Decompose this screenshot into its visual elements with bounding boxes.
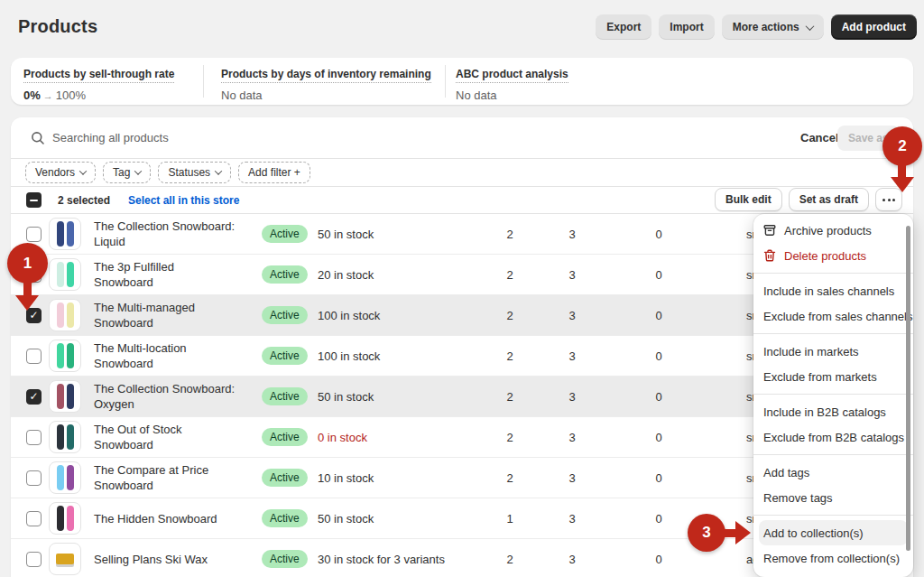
metric-value-secondary: 100% [56, 88, 86, 102]
product-name[interactable]: The Collection Snowboard: Oxygen [94, 381, 236, 412]
filter-pill-tag[interactable]: Tag [103, 162, 151, 183]
product-name[interactable]: The Compare at Price Snowboard [94, 462, 236, 493]
menu-item-remove-tags[interactable]: Remove tags [759, 485, 908, 510]
menu-item-add-tags[interactable]: Add tags [759, 460, 908, 485]
snowboard-product-image [67, 506, 74, 531]
menu-item-include-in-sales-channels[interactable]: Include in sales channels [759, 278, 908, 303]
row-checkbox[interactable] [26, 349, 42, 364]
search-row: Searching all products Cancel Save as [11, 117, 913, 159]
inventory-text: 50 in stock [318, 228, 374, 241]
snowboard-product-image [57, 384, 64, 409]
product-thumbnail[interactable] [49, 461, 81, 494]
snowboard-product-image [57, 302, 64, 328]
filter-pill-vendors[interactable]: Vendors [25, 162, 96, 183]
metric-title[interactable]: Products by sell-through rate [23, 68, 174, 83]
scrollbar[interactable] [906, 226, 910, 551]
product-name[interactable]: The Collection Snowboard: Liquid [94, 219, 236, 249]
menu-item-exclude-from-markets[interactable]: Exclude from markets [759, 364, 908, 389]
product-thumbnail[interactable] [49, 299, 81, 331]
product-thumbnail[interactable] [49, 380, 81, 413]
row-checkbox[interactable]: ✓ [26, 389, 42, 405]
select-all-link[interactable]: Select all in this store [128, 194, 239, 207]
export-button[interactable]: Export [596, 14, 651, 40]
column-value: 3 [554, 431, 590, 444]
snowboard-product-image [67, 302, 74, 328]
inventory-text: 0 in stock [318, 431, 367, 444]
menu-item-delete-products[interactable]: Delete products [759, 243, 908, 268]
menu-item-exclude-from-sales-channels[interactable]: Exclude from sales channels [759, 303, 908, 329]
search-input[interactable]: Searching all products [52, 131, 169, 144]
indeterminate-dash-icon [30, 200, 38, 201]
inventory-text: 100 in stock [318, 309, 380, 322]
menu-item-exclude-from-b2b-catalogs[interactable]: Exclude from B2B catalogs [759, 424, 908, 450]
column-value: 3 [554, 471, 590, 485]
bulk-edit-button[interactable]: Bulk edit [715, 188, 782, 211]
menu-item-include-in-markets[interactable]: Include in markets [759, 339, 908, 364]
product-thumbnail[interactable] [49, 258, 81, 291]
snowboard-product-image [67, 424, 74, 450]
status-badge: Active [262, 387, 308, 405]
row-checkbox[interactable] [26, 552, 42, 567]
menu-item-archive-products[interactable]: Archive products [759, 218, 908, 243]
search-icon [31, 131, 45, 149]
product-thumbnail[interactable] [49, 218, 81, 250]
product-thumbnail[interactable] [49, 543, 81, 575]
status-badge: Active [262, 265, 308, 284]
cancel-button[interactable]: Cancel [800, 131, 839, 144]
product-name[interactable]: The 3p Fulfilled Snowboard [94, 259, 236, 290]
product-name[interactable]: The Multi-location Snowboard [94, 340, 236, 371]
more-actions-menu: Archive productsDelete productsInclude i… [753, 214, 913, 577]
set-as-draft-button[interactable]: Set as draft [789, 188, 869, 211]
row-checkbox[interactable] [26, 430, 42, 445]
filter-pill-add-filter[interactable]: Add filter + [238, 162, 310, 183]
product-thumbnail[interactable] [49, 421, 81, 453]
metric-title[interactable]: Products by days of inventory remaining [221, 68, 431, 83]
menu-divider [753, 515, 913, 516]
metric-value: No data [456, 88, 568, 102]
column-value: 0 [641, 268, 677, 282]
inventory-text: 20 in stock [318, 268, 374, 282]
trash-icon [763, 249, 776, 262]
column-value: 0 [641, 553, 677, 566]
column-value: 3 [554, 228, 590, 241]
row-checkbox[interactable] [26, 511, 42, 526]
select-all-checkbox[interactable] [26, 192, 42, 208]
chevron-down-icon [805, 22, 814, 31]
product-name[interactable]: The Out of Stock Snowboard [94, 422, 236, 452]
snowboard-product-image [67, 343, 74, 368]
menu-item-add-to-collection-s[interactable]: Add to collection(s) [759, 520, 908, 545]
menu-divider [753, 454, 913, 455]
wax-product-image [56, 554, 74, 564]
product-name[interactable]: Selling Plans Ski Wax [94, 552, 236, 567]
snowboard-product-image [67, 384, 74, 409]
product-thumbnail[interactable] [49, 502, 81, 535]
status-badge: Active [262, 347, 308, 365]
column-value: 3 [554, 309, 590, 322]
metric-title[interactable]: ABC product analysis [456, 68, 568, 83]
row-checkbox[interactable] [26, 470, 42, 486]
annotation-circle-1: 1 [7, 243, 48, 284]
product-thumbnail[interactable] [49, 340, 81, 372]
column-value: 0 [641, 512, 677, 526]
add-product-button[interactable]: Add product [831, 14, 917, 40]
status-badge: Active [262, 428, 308, 446]
column-value: 3 [554, 349, 590, 363]
product-name[interactable]: The Hidden Snowboard [94, 511, 236, 526]
bulk-toolbar: 2 selected Select all in this store Bulk… [11, 187, 913, 214]
snowboard-product-image [57, 221, 64, 247]
product-name[interactable]: The Multi-managed Snowboard [94, 300, 236, 330]
filter-pill-statuses[interactable]: Statuses [158, 162, 231, 183]
menu-item-include-in-b2b-catalogs[interactable]: Include in B2B catalogs [759, 399, 908, 424]
menu-item-remove-from-collection-s[interactable]: Remove from collection(s) [759, 545, 908, 571]
annotation-arrow-down [898, 164, 906, 178]
column-value: 2 [492, 553, 528, 566]
snowboard-product-image [67, 221, 74, 247]
more-actions-button[interactable]: More actions [722, 14, 824, 40]
header-actions: ExportImportMore actionsAdd product [596, 14, 917, 40]
column-value: 2 [492, 309, 528, 322]
import-button[interactable]: Import [659, 14, 714, 40]
column-value: 2 [492, 390, 528, 404]
chevron-down-icon [79, 167, 87, 174]
row-checkbox[interactable] [26, 227, 42, 242]
annotation-circle-3: 3 [688, 514, 725, 552]
